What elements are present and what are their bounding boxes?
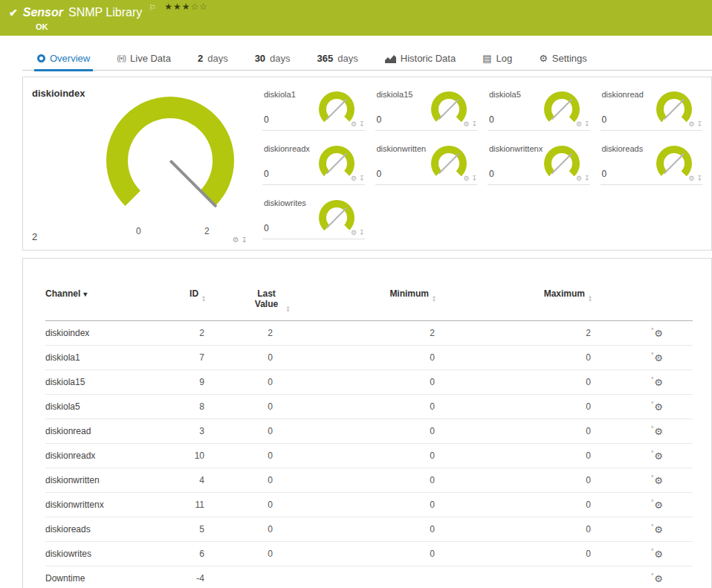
column-header-maximum[interactable]: Maximum▲▼ <box>439 274 595 321</box>
tab-365-days[interactable]: 365 days <box>314 53 361 70</box>
table-row: diskiowrites 6 0 0 0 ⚙ <box>45 542 693 566</box>
table-row: diskioreads 5 0 0 0 ⚙ <box>45 517 693 542</box>
tab-number: 365 <box>317 53 334 64</box>
channel-last-value: 2 <box>209 321 331 346</box>
channel-settings-icon[interactable]: ⚙ <box>654 401 663 413</box>
gauge-channel-label: diskiowrites <box>264 198 306 207</box>
channel-settings-icon[interactable]: ⚙ <box>654 500 663 511</box>
tab-live-data[interactable]: ((•)) Live Data <box>114 53 174 70</box>
channel-name: diskioindex <box>45 321 175 346</box>
tab-label: days <box>207 53 227 64</box>
tab-overview[interactable]: Overview <box>34 53 93 70</box>
tab-log[interactable]: ▤ Log <box>479 53 515 70</box>
channel-settings-icon[interactable]: ⚙ <box>654 377 663 388</box>
gauge-settings-icon[interactable]: ⚙ <box>233 236 239 244</box>
column-header-channel[interactable]: Channel▾ <box>45 274 175 321</box>
channel-settings-icon[interactable]: ⚙ <box>654 549 663 560</box>
gauge-settings-icon[interactable]: ⚙ <box>576 120 582 128</box>
channel-maximum: 0 <box>439 346 595 370</box>
gauge-settings-icon[interactable]: ⚙ <box>351 120 357 128</box>
gauge-pin-icon[interactable]: ↧ <box>359 120 365 128</box>
gauge-settings-icon[interactable]: ⚙ <box>463 120 469 128</box>
gauge-pin-icon[interactable]: ↧ <box>696 120 702 128</box>
gauge-channel-label: diskiola1 <box>264 90 296 99</box>
channel-settings-icon[interactable]: ⚙ <box>654 573 663 584</box>
tab-label: days <box>337 53 357 64</box>
channel-settings-icon[interactable]: ⚙ <box>654 475 663 486</box>
column-header-id[interactable]: ID▲▼ <box>175 274 209 321</box>
channel-settings-icon[interactable]: ⚙ <box>654 352 663 364</box>
channel-last-value: 0 <box>209 370 331 395</box>
channel-settings-icon[interactable]: ⚙ <box>654 450 663 462</box>
priority-stars[interactable]: ★★★☆☆ <box>164 1 208 12</box>
stars-filled: ★★★ <box>164 1 190 12</box>
favorite-flag-icon[interactable]: ⚐ <box>149 3 156 13</box>
tab-historic-data[interactable]: Historic Data <box>382 53 459 70</box>
channel-settings-icon[interactable]: ⚙ <box>654 524 663 535</box>
channel-table-panel: Channel▾ ID▲▼ Last Value▲▼ Minimum▲▼ Max… <box>22 258 712 588</box>
gauge-pin-icon[interactable]: ↧ <box>584 120 590 128</box>
gauge-pin-icon[interactable]: ↧ <box>359 229 365 236</box>
historic-data-icon <box>385 54 396 63</box>
gauge-settings-icon[interactable]: ⚙ <box>576 175 582 182</box>
gauge-channel-label: diskioreads <box>602 144 644 153</box>
channel-id: 4 <box>175 468 209 493</box>
channel-minimum: 0 <box>331 517 439 542</box>
channel-last-value <box>209 566 331 588</box>
tab-number: 2 <box>198 53 203 64</box>
gauge-cell: diskionread 0 ⚙↧ <box>601 88 703 131</box>
channel-maximum: 2 <box>439 321 595 346</box>
channel-maximum <box>439 566 595 588</box>
channel-name: Downtime <box>45 566 175 588</box>
gauge-pin-icon[interactable]: ↧ <box>242 236 247 244</box>
gauge-channel-label: diskiola15 <box>377 90 413 99</box>
tab-2-days[interactable]: 2 days <box>195 53 231 70</box>
gauge-pin-icon[interactable]: ↧ <box>471 120 477 128</box>
channel-minimum: 0 <box>331 395 439 419</box>
table-row: diskiola1 7 0 0 0 ⚙ <box>45 346 693 370</box>
gauge <box>106 97 234 224</box>
column-header-last-value[interactable]: Last Value▲▼ <box>209 274 331 321</box>
primary-gauge-cell: diskioindex 2 0 2 ⚙↧ <box>23 77 259 250</box>
tab-settings[interactable]: ⚙ Settings <box>536 53 590 70</box>
channel-minimum: 0 <box>331 542 439 566</box>
table-row: Downtime -4 ⚙ <box>45 566 693 588</box>
channel-name: diskionreadx <box>45 444 175 468</box>
gauge-settings-icon[interactable]: ⚙ <box>688 175 694 182</box>
gauge-value: 2 <box>32 231 37 242</box>
gauge-pin-icon[interactable]: ↧ <box>359 175 365 182</box>
gauge-pin-icon[interactable]: ↧ <box>696 175 702 182</box>
channel-settings-icon[interactable]: ⚙ <box>654 328 663 339</box>
gauge-cell: diskionreadx 0 ⚙↧ <box>262 142 365 185</box>
gauge-cell: diskioreads 0 ⚙↧ <box>601 142 703 185</box>
live-data-icon: ((•)) <box>117 54 126 62</box>
log-icon: ▤ <box>482 54 491 63</box>
channel-maximum: 0 <box>439 419 595 444</box>
channel-last-value: 0 <box>209 493 331 517</box>
tab-30-days[interactable]: 30 days <box>252 53 294 70</box>
tab-number: 30 <box>255 53 265 64</box>
channel-maximum: 0 <box>439 370 595 395</box>
gauge-channel-label: diskioindex <box>32 88 85 99</box>
tab-label: Live Data <box>130 53 171 64</box>
gauge-value: 0 <box>489 169 494 179</box>
channel-minimum: 0 <box>331 370 439 395</box>
channel-settings-icon[interactable]: ⚙ <box>654 426 663 437</box>
gauge-cell: diskiola15 0 ⚙↧ <box>375 88 478 131</box>
status-ok-check-icon: ✔ <box>9 7 18 19</box>
channel-id: 6 <box>175 542 209 566</box>
gauge-settings-icon[interactable]: ⚙ <box>688 120 694 128</box>
gauge-value: 0 <box>264 223 269 233</box>
tab-bar: Overview ((•)) Live Data 2 days 30 days … <box>22 51 712 71</box>
gauge-settings-icon[interactable]: ⚙ <box>463 175 469 182</box>
tab-label: Settings <box>552 53 587 64</box>
gauge-settings-icon[interactable]: ⚙ <box>351 175 357 182</box>
channel-name: diskioreads <box>45 517 175 542</box>
gauge-value: 0 <box>489 114 494 125</box>
gauge-pin-icon[interactable]: ↧ <box>471 175 477 182</box>
sort-arrows-icon: ▲▼ <box>588 295 592 303</box>
gauge-pin-icon[interactable]: ↧ <box>584 175 590 182</box>
gauge-settings-icon[interactable]: ⚙ <box>351 229 357 236</box>
channel-maximum: 0 <box>439 493 595 517</box>
column-header-minimum[interactable]: Minimum▲▼ <box>331 274 439 321</box>
